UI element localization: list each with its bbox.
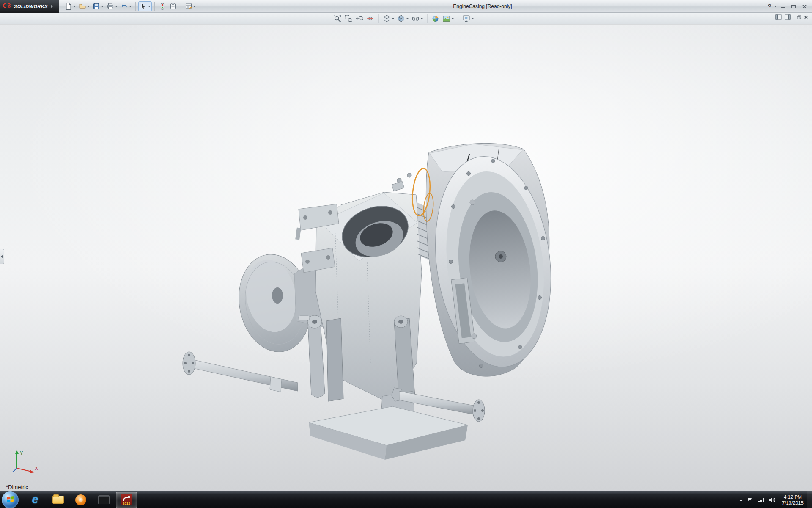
file-properties-icon bbox=[169, 3, 177, 10]
dropdown-caret-icon[interactable] bbox=[472, 18, 474, 19]
clock-time: 4:12 PM bbox=[782, 494, 804, 500]
undo-button[interactable] bbox=[119, 1, 133, 11]
help-button[interactable]: ? bbox=[767, 3, 772, 10]
save-icon bbox=[93, 3, 100, 10]
select-button[interactable] bbox=[138, 1, 152, 11]
zoom-to-fit-button[interactable] bbox=[332, 14, 343, 23]
pane-left-icon[interactable] bbox=[775, 14, 782, 20]
windows-flag-icon bbox=[5, 495, 15, 505]
dropdown-caret-icon[interactable] bbox=[115, 6, 118, 7]
solidworks-version-badge: 2015 bbox=[121, 502, 132, 505]
view-orientation-button[interactable] bbox=[382, 14, 395, 23]
apply-scene-icon bbox=[442, 14, 451, 23]
start-button[interactable] bbox=[2, 491, 19, 508]
apply-scene-button[interactable] bbox=[442, 14, 455, 23]
minimize-icon bbox=[781, 7, 785, 8]
dropdown-caret-icon[interactable] bbox=[87, 6, 90, 7]
engine-casing-model[interactable] bbox=[0, 25, 812, 491]
dropdown-caret-icon[interactable] bbox=[129, 6, 132, 7]
titlebar-controls: ? bbox=[767, 0, 809, 13]
headsup-row bbox=[0, 13, 812, 24]
dropdown-caret-icon[interactable] bbox=[73, 6, 76, 7]
previous-view-button[interactable] bbox=[354, 14, 365, 23]
collapse-arrow-icon bbox=[1, 255, 3, 258]
reference-triad[interactable]: Y X bbox=[9, 448, 41, 475]
model-left-shaft[interactable] bbox=[183, 352, 298, 392]
system-tray: 4:12 PM 7/13/2015 bbox=[739, 491, 805, 508]
previous-view-icon bbox=[355, 14, 364, 23]
solidworks-window: SOLIDWORKS bbox=[0, 0, 812, 508]
taskbar-media-player[interactable] bbox=[70, 492, 91, 508]
taskbar-clock[interactable]: 4:12 PM 7/13/2015 bbox=[780, 494, 805, 506]
dropdown-caret-icon[interactable] bbox=[148, 6, 151, 7]
maximize-icon bbox=[791, 5, 796, 8]
print-button[interactable] bbox=[105, 1, 119, 11]
graphics-viewport[interactable]: Y X *Dimetric bbox=[0, 25, 812, 491]
triad-y-label: Y bbox=[20, 450, 23, 456]
file-properties-button[interactable] bbox=[168, 1, 178, 11]
command-prompt-icon bbox=[98, 495, 110, 504]
show-desktop-button[interactable] bbox=[807, 491, 812, 508]
options-icon bbox=[185, 3, 192, 10]
open-button[interactable] bbox=[77, 1, 91, 11]
print-icon bbox=[107, 3, 114, 10]
headsup-toolbar bbox=[332, 14, 475, 23]
maximize-button[interactable] bbox=[789, 2, 798, 11]
doc-close-button[interactable] bbox=[804, 15, 808, 19]
show-hidden-icons-button[interactable] bbox=[739, 499, 743, 501]
rebuild-button[interactable] bbox=[157, 1, 167, 11]
pane-right-icon[interactable] bbox=[785, 14, 791, 20]
model-clutch-housing[interactable] bbox=[424, 143, 562, 376]
hide-show-items-icon bbox=[411, 14, 420, 23]
taskbar-solidworks[interactable]: 2015 bbox=[116, 492, 137, 508]
folder-icon bbox=[52, 496, 64, 504]
save-button[interactable] bbox=[91, 1, 105, 11]
view-orientation-label: *Dimetric bbox=[6, 484, 28, 490]
undo-icon bbox=[121, 3, 128, 10]
display-style-button[interactable] bbox=[396, 14, 410, 23]
toolbar-separator bbox=[154, 2, 155, 11]
windows-taskbar: e 2015 bbox=[0, 491, 812, 508]
help-dropdown-caret-icon[interactable] bbox=[774, 6, 777, 7]
view-orientation-cube-icon bbox=[383, 14, 391, 23]
display-style-icon bbox=[397, 14, 406, 23]
zoom-to-area-button[interactable] bbox=[343, 14, 354, 23]
taskbar-internet-explorer[interactable]: e bbox=[25, 492, 46, 508]
solidworks-logo: SOLIDWORKS bbox=[0, 0, 59, 13]
taskbar-apps: e 2015 bbox=[25, 491, 137, 508]
titlebar[interactable]: SOLIDWORKS bbox=[0, 0, 812, 13]
solidworks-app-icon: 2015 bbox=[121, 494, 132, 505]
section-view-button[interactable] bbox=[365, 14, 376, 23]
select-cursor-icon bbox=[140, 3, 147, 10]
close-button[interactable] bbox=[799, 2, 809, 11]
dropdown-caret-icon[interactable] bbox=[406, 18, 409, 19]
media-player-icon bbox=[75, 494, 86, 505]
network-icon[interactable] bbox=[758, 497, 765, 503]
dropdown-caret-icon[interactable] bbox=[452, 18, 454, 19]
close-icon bbox=[802, 4, 807, 9]
view-settings-button[interactable] bbox=[461, 14, 475, 23]
clock-date: 7/13/2015 bbox=[782, 500, 804, 506]
document-title: EngineCasing [Read-only] bbox=[453, 0, 512, 13]
logo-chevron-icon bbox=[51, 5, 53, 8]
toolbar-separator bbox=[135, 2, 136, 11]
minimize-button[interactable] bbox=[778, 2, 787, 11]
doc-restore-button[interactable] bbox=[797, 15, 801, 19]
action-center-icon[interactable] bbox=[747, 497, 754, 503]
taskbar-command-prompt[interactable] bbox=[93, 492, 114, 508]
triad-x-label: X bbox=[35, 466, 38, 471]
dropdown-caret-icon[interactable] bbox=[392, 18, 395, 19]
zoom-to-area-icon bbox=[344, 14, 353, 23]
main-toolbar bbox=[59, 1, 197, 11]
dropdown-caret-icon[interactable] bbox=[193, 6, 196, 7]
new-document-button[interactable] bbox=[63, 1, 77, 11]
volume-icon[interactable] bbox=[769, 497, 776, 503]
dropdown-caret-icon[interactable] bbox=[421, 18, 423, 19]
dropdown-caret-icon[interactable] bbox=[101, 6, 104, 7]
taskbar-windows-explorer[interactable] bbox=[47, 492, 69, 508]
options-button[interactable] bbox=[184, 1, 197, 11]
edit-appearance-button[interactable] bbox=[431, 14, 441, 23]
feature-panel-collapse-tab[interactable] bbox=[0, 249, 4, 264]
hide-show-items-button[interactable] bbox=[411, 14, 424, 23]
zoom-to-fit-icon bbox=[333, 14, 342, 23]
